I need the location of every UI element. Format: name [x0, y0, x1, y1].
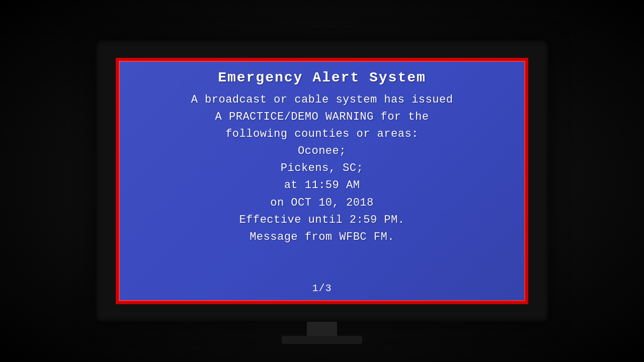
- tv-outer-frame: Emergency Alert System A broadcast or ca…: [96, 40, 548, 322]
- tv-stand: [307, 322, 337, 337]
- page-indicator: 1/3: [312, 283, 332, 294]
- line2: A PRACTICE/DEMO WARNING for the: [191, 109, 453, 126]
- line5: Pickens, SC;: [191, 160, 453, 177]
- line6: at 11:59 AM: [191, 177, 453, 194]
- line8: Effective until 2:59 PM.: [191, 212, 453, 229]
- tv-base: [282, 336, 362, 344]
- alert-body: A broadcast or cable system has issued A…: [191, 92, 453, 246]
- line7: on OCT 10, 2018: [191, 195, 453, 212]
- line9: Message from WFBC FM.: [191, 229, 453, 246]
- tv-screen: Emergency Alert System A broadcast or ca…: [116, 58, 528, 304]
- alert-title: Emergency Alert System: [218, 70, 426, 85]
- screen-content: Emergency Alert System A broadcast or ca…: [134, 70, 510, 246]
- line4: Oconee;: [191, 143, 453, 160]
- line3: following counties or areas:: [191, 126, 453, 143]
- line1: A broadcast or cable system has issued: [191, 92, 453, 109]
